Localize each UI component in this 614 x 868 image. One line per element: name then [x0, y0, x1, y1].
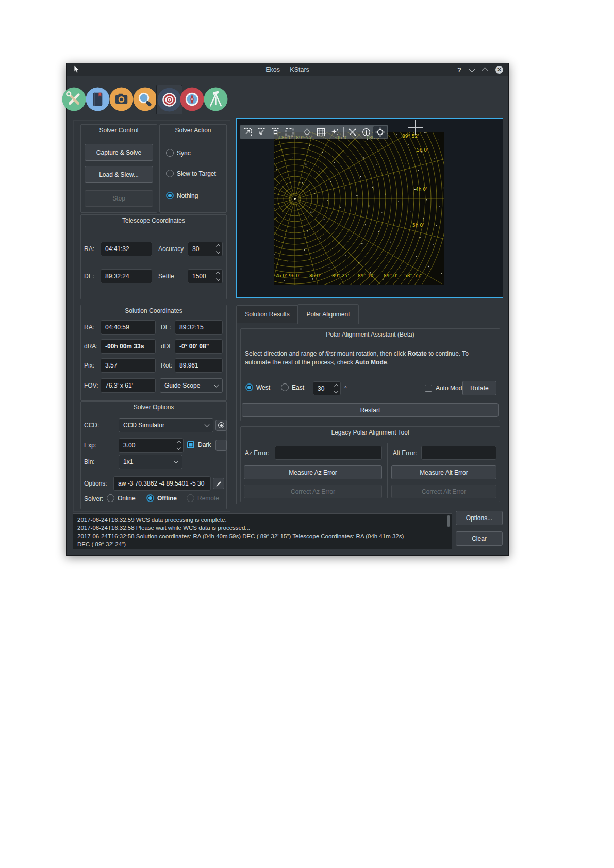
- dde-field[interactable]: -0° 00' 08": [175, 339, 223, 354]
- radio-west[interactable]: West: [245, 383, 270, 391]
- tab-mount[interactable]: [203, 85, 228, 114]
- radio-label: West: [256, 384, 270, 391]
- fov-field[interactable]: 76.3' x 61': [101, 378, 156, 393]
- telescope-de-field[interactable]: 89:32:24: [101, 269, 152, 283]
- zoom-in-icon[interactable]: [241, 126, 255, 138]
- spin-arrows-icon[interactable]: [177, 439, 180, 452]
- pix-field[interactable]: 3.57: [101, 358, 156, 373]
- radio-sync[interactable]: Sync: [166, 149, 191, 157]
- alt-error-field[interactable]: [421, 446, 496, 460]
- telescope-ra-field[interactable]: 04:41:32: [101, 242, 152, 256]
- solver-options-field[interactable]: aw -3 70.3862 -4 89.5401 -5 30: [113, 476, 211, 491]
- measure-alt-error-button[interactable]: Measure Alt Error: [391, 465, 496, 479]
- capture-solve-button[interactable]: Capture & Solve: [85, 144, 153, 161]
- zoom-default-icon[interactable]: [269, 126, 283, 138]
- auto-mode-checkbox[interactable]: Auto Mode: [425, 385, 466, 392]
- az-error-label: Az Error:: [245, 446, 269, 460]
- settle-spinbox[interactable]: 1500: [188, 269, 223, 283]
- radio-remote[interactable]: Remote: [187, 494, 219, 502]
- shade-chevron-icon[interactable]: [469, 65, 475, 72]
- legacy-title: Legacy Polar Alignment Tool: [241, 429, 500, 436]
- log-scrollbar[interactable]: [446, 515, 451, 548]
- center-crosshair-icon[interactable]: [300, 126, 314, 138]
- pencil-icon: [215, 480, 222, 487]
- tab-guide[interactable]: [179, 85, 205, 114]
- tab-capture[interactable]: [109, 85, 134, 114]
- solver-label: Solver:: [84, 493, 103, 505]
- capture-frame-button[interactable]: [215, 440, 227, 451]
- log-lines: 2017-06-24T16:32:59 WCS data processing …: [73, 514, 452, 548]
- rot-field[interactable]: 89.961: [175, 358, 223, 373]
- solution-coordinates-group: Solution Coordinates RA: 04:40:59 DE: 89…: [80, 305, 227, 401]
- zoom-out-icon[interactable]: [255, 126, 269, 138]
- chevron-down-icon: [214, 382, 219, 388]
- rotate-button[interactable]: Rotate: [462, 381, 496, 395]
- radio-icon: [107, 494, 114, 502]
- ra-label: RA:: [84, 242, 94, 256]
- radio-online[interactable]: Online: [107, 494, 136, 502]
- measure-az-error-button[interactable]: Measure Az Error: [244, 465, 382, 479]
- svg-text:89° 10': 89° 10': [358, 273, 375, 278]
- solution-de-field[interactable]: 89:32:15: [175, 320, 223, 335]
- solution-ra-field[interactable]: 04:40:59: [101, 320, 156, 335]
- toolbar-separator: [298, 127, 298, 137]
- radio-nothing[interactable]: Nothing: [166, 192, 198, 199]
- stop-button[interactable]: Stop: [85, 190, 153, 207]
- solver-options-group: Solver Options CCD: CCD Simulator Exp: 3…: [80, 401, 227, 509]
- clear-button[interactable]: Clear: [456, 531, 503, 546]
- radio-offline[interactable]: Offline: [146, 494, 177, 502]
- spin-arrows-icon[interactable]: [217, 242, 220, 256]
- angle-tool-icon[interactable]: [345, 126, 359, 138]
- target-marker-icon[interactable]: [373, 126, 387, 138]
- az-error-field[interactable]: [275, 446, 382, 460]
- ccd-preview-button[interactable]: [215, 420, 227, 431]
- radio-label: Offline: [157, 495, 177, 502]
- radio-slew-to-target[interactable]: Slew to Target: [166, 170, 216, 177]
- tab-setup[interactable]: [61, 85, 87, 114]
- tab-scheduler[interactable]: [85, 85, 110, 114]
- load-slew-button[interactable]: Load & Slew...: [85, 166, 153, 183]
- tab-solution-results[interactable]: Solution Results: [236, 305, 298, 323]
- spin-arrows-icon[interactable]: [335, 382, 338, 395]
- restart-button[interactable]: Restart: [242, 403, 499, 417]
- bin-dropdown[interactable]: 1x1: [119, 455, 182, 469]
- capture-camera-icon: [109, 87, 134, 111]
- radio-east[interactable]: East: [281, 383, 304, 391]
- edit-options-button[interactable]: [213, 478, 224, 489]
- fits-view[interactable]: 18h 0'89° 55'0h 0'18h 0'89° 52'5h 0'4h 0…: [236, 118, 503, 298]
- tab-align[interactable]: [156, 85, 182, 114]
- radio-icon: [245, 383, 253, 391]
- ccd-dropdown[interactable]: CCD Simulator: [119, 418, 213, 432]
- options-button[interactable]: Options...: [456, 511, 503, 525]
- accuracy-spinbox[interactable]: 30: [188, 242, 223, 256]
- close-icon[interactable]: ×: [495, 66, 503, 74]
- mark-stars-icon[interactable]: [328, 126, 342, 138]
- svg-text:7h 0': 7h 0': [275, 273, 287, 278]
- fov-label: FOV:: [84, 378, 98, 393]
- scope-dropdown[interactable]: Guide Scope: [160, 378, 223, 393]
- maximize-chevron-icon[interactable]: [482, 67, 488, 74]
- grid-overlay-icon[interactable]: [314, 126, 328, 138]
- rotation-angle-spinbox[interactable]: 30: [313, 381, 341, 395]
- spin-arrows-icon[interactable]: [217, 270, 220, 283]
- radio-icon: [187, 494, 194, 502]
- correct-alt-error-button[interactable]: Correct Alt Error: [391, 485, 496, 498]
- correct-az-error-button[interactable]: Correct Az Error: [244, 485, 382, 498]
- fits-info-icon[interactable]: [359, 126, 373, 138]
- guide-compass-icon: [180, 87, 204, 111]
- scrollbar-thumb[interactable]: [447, 515, 450, 527]
- radio-label: Online: [118, 495, 136, 502]
- dark-checkbox[interactable]: Dark: [187, 441, 211, 448]
- exposure-spinbox[interactable]: 3.00: [119, 438, 184, 453]
- help-button[interactable]: ?: [457, 66, 461, 74]
- checkbox-icon: [425, 385, 432, 392]
- log-view[interactable]: 2017-06-24T16:32:59 WCS data processing …: [73, 513, 452, 549]
- tab-polar-alignment[interactable]: Polar Alignment: [297, 304, 359, 324]
- setup-tools-icon: [62, 87, 86, 111]
- tab-focus[interactable]: [132, 85, 158, 114]
- zoom-fit-icon[interactable]: [283, 126, 296, 138]
- dra-field[interactable]: -00h 00m 33s: [101, 339, 156, 354]
- svg-text:9h 0': 9h 0': [289, 273, 301, 278]
- titlebar[interactable]: Ekos — KStars ? ×: [67, 63, 508, 76]
- options-label: Options:: [84, 476, 107, 491]
